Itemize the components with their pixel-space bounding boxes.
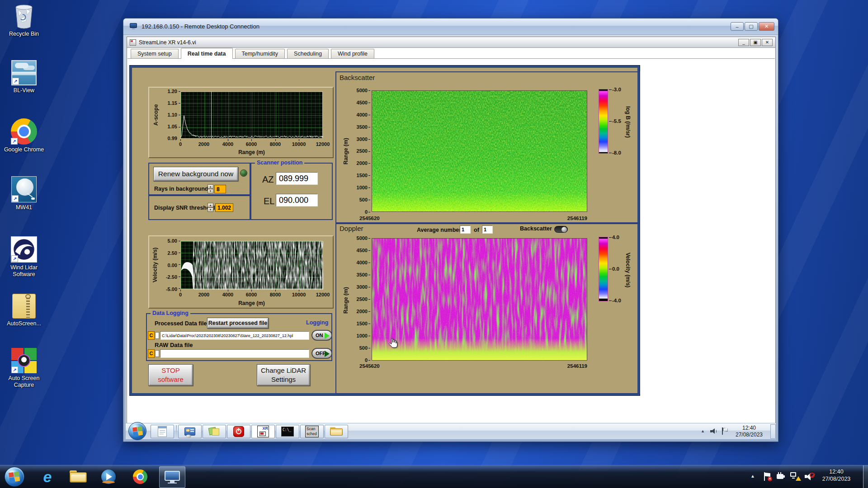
raw-logging-toggle-off[interactable]: OFF: [311, 348, 332, 359]
desktop-icon-wind-lidar[interactable]: ↗ Wind Lidar Software: [0, 236, 48, 278]
backscatter-y-axis-label: Range (m): [343, 122, 349, 181]
action-center-flag-icon[interactable]: ✕: [763, 472, 771, 481]
app-window: StreamLine XR v14-6.vi _ ▣ ✕ System setu…: [127, 37, 776, 423]
volume-muted-icon[interactable]: [805, 473, 815, 480]
remote-start-button[interactable]: [128, 422, 146, 440]
change-lidar-settings-button[interactable]: Change LiDAR Settings: [257, 364, 310, 386]
remote-taskbar-shutdown[interactable]: [227, 425, 250, 438]
rdp-window: 192.168.0.150 - Remote Desktop Connectio…: [123, 18, 778, 442]
restart-processed-file-button[interactable]: Restart processed file: [207, 318, 269, 328]
snr-spinner[interactable]: ▲▼: [208, 203, 213, 212]
rdp-title-bar[interactable]: 192.168.0.150 - Remote Desktop Connectio…: [123, 19, 778, 35]
volume-icon[interactable]: [710, 428, 717, 434]
app-title-bar[interactable]: StreamLine XR v14-6.vi _ ▣ ✕: [127, 37, 775, 48]
raw-drive-box[interactable]: C: [148, 349, 155, 358]
remote-clock[interactable]: 12:40 27/08/2023: [730, 425, 768, 438]
y-tick: 2000: [357, 309, 368, 314]
chrome-icon: ↗: [11, 118, 37, 145]
doppler-title: Doppler: [340, 225, 363, 232]
remote-taskbar-cmd[interactable]: C:\_: [276, 425, 299, 438]
x-tick: 2000: [194, 292, 214, 297]
remote-taskbar-scan-scheduler[interactable]: Scan sched: [300, 425, 324, 438]
mouse-hand-cursor: [388, 338, 397, 349]
x-tick: 12000: [313, 292, 333, 297]
desktop-icon-label: Google Chrome: [4, 146, 44, 153]
tray-expand-arrow-icon[interactable]: ▲: [701, 429, 705, 433]
doppler-colorbar-label: Velocity (m/s): [625, 239, 631, 300]
processed-logging-toggle-on[interactable]: ON: [311, 330, 332, 341]
desktop-icon-label: Auto Screen Capture: [2, 375, 46, 389]
host-start-button[interactable]: [5, 467, 24, 487]
app-minimize-button[interactable]: _: [738, 39, 749, 46]
remote-show-desktop-button[interactable]: [770, 424, 776, 439]
notepad-icon: [158, 426, 167, 437]
backscatter-heatmap[interactable]: [372, 90, 587, 212]
tab-real-time-data[interactable]: Real time data: [181, 48, 233, 59]
snr-threshold-field[interactable]: 1.002: [215, 203, 233, 212]
app-close-button[interactable]: ✕: [762, 39, 773, 46]
desktop-icon-autoscreen-zip[interactable]: AutoScreen...: [0, 294, 48, 327]
host-taskbar-chrome[interactable]: [130, 469, 150, 484]
desktop-icon-mw41[interactable]: ↗ MW41: [0, 176, 48, 211]
doppler-heatmap[interactable]: [372, 238, 587, 361]
raw-path-field[interactable]: [160, 349, 309, 358]
renew-background-button[interactable]: Renew background now: [153, 167, 238, 181]
graph-cursor-line[interactable]: [211, 92, 212, 138]
stop-software-button[interactable]: STOP software: [148, 364, 193, 386]
x-tick: 12000: [313, 141, 333, 147]
tab-system-setup[interactable]: System setup: [131, 49, 179, 59]
tab-temp-humidity[interactable]: Temp/humidity: [235, 49, 285, 59]
rays-spinner[interactable]: ▲▼: [208, 184, 213, 193]
battery-icon[interactable]: [777, 473, 786, 480]
desktop-icon-auto-screen-capture[interactable]: ↗ Auto Screen Capture: [0, 348, 48, 389]
backscatter-colorbar: [599, 89, 608, 154]
network-icon[interactable]: [790, 472, 800, 480]
remote-taskbar-control-panel[interactable]: [178, 425, 202, 438]
tab-wind-profile[interactable]: Wind profile: [331, 49, 374, 59]
y-tick: 1000: [357, 185, 368, 190]
host-taskbar-explorer[interactable]: [68, 469, 89, 484]
processed-path-field[interactable]: C:\Lidar\Data\Proc\2023\202308\20230827\…: [160, 331, 309, 340]
raw-data-file-label: RAW Data file: [155, 342, 193, 348]
tab-scheduling[interactable]: Scheduling: [287, 49, 329, 59]
action-center-flag-icon[interactable]: [722, 427, 729, 435]
remote-taskbar-notepad[interactable]: [151, 425, 174, 438]
host-taskbar-ie[interactable]: e: [38, 469, 57, 484]
average-total-field[interactable]: 1: [482, 225, 493, 234]
y-tick: 5000: [357, 235, 368, 241]
rays-in-background-field[interactable]: 8: [214, 185, 226, 193]
auto-screen-capture-icon: ↗: [11, 348, 37, 373]
host-taskbar-media-player[interactable]: [99, 469, 118, 484]
browse-icon[interactable]: [155, 350, 159, 357]
y-tick: 3000: [357, 284, 368, 290]
show-desktop-button[interactable]: [863, 465, 868, 488]
az-value-field[interactable]: 089.999: [276, 172, 318, 185]
remote-taskbar-explorer[interactable]: [325, 425, 348, 438]
backscatter-toggle-switch[interactable]: [554, 226, 568, 233]
doppler-y-ticks: 5000 4500 4000 3500 3000 2500 2000 1500 …: [352, 235, 368, 363]
remote-taskbar-sticky-notes[interactable]: [203, 425, 226, 438]
remote-taskbar-streamline-vi[interactable]: XR: [251, 425, 275, 438]
close-button[interactable]: ✕: [759, 22, 774, 31]
y-tick: 3500: [357, 124, 368, 130]
desktop-icon-google-chrome[interactable]: ↗ Google Chrome: [0, 118, 48, 153]
host-clock[interactable]: 12:40 27/08/2023: [815, 468, 858, 483]
average-number-field[interactable]: 1: [460, 225, 471, 234]
shortcut-arrow-icon: ↗: [11, 366, 18, 373]
background-group: Renew background now Rays in background …: [148, 163, 250, 195]
maximize-button[interactable]: ▢: [745, 22, 758, 31]
host-clock-time: 12:40: [815, 468, 858, 475]
tray-expand-arrow-icon[interactable]: ▲: [750, 474, 755, 479]
x-tick: 6000: [241, 292, 261, 297]
app-restore-button[interactable]: ▣: [750, 39, 761, 46]
minimize-button[interactable]: –: [731, 22, 744, 31]
processed-drive-box[interactable]: C: [148, 331, 155, 340]
bl-view-icon: ↗: [11, 60, 37, 85]
browse-icon[interactable]: [155, 332, 159, 339]
y-tick: 5.00: [168, 238, 177, 244]
y-tick: 4000: [357, 260, 368, 265]
el-value-field[interactable]: 090.000: [276, 194, 318, 206]
desktop-icon-recycle-bin[interactable]: Recycle Bin: [0, 4, 48, 38]
host-taskbar-rdp-active[interactable]: [159, 466, 185, 488]
desktop-icon-bl-view[interactable]: ↗ BL-View: [0, 60, 48, 94]
